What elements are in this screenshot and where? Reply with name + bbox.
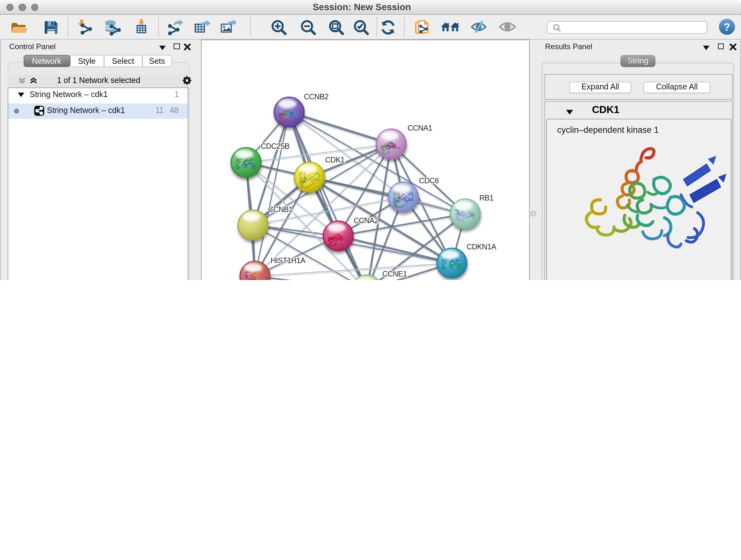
svg-text:CCNB1: CCNB1 [268,205,292,213]
svg-text:CCNA1: CCNA1 [407,124,432,132]
svg-text:CDK1: CDK1 [325,155,344,164]
svg-text:CDC25B: CDC25B [260,142,289,150]
svg-text:CCNE1: CCNE1 [382,269,407,278]
svg-text:RB1: RB1 [479,193,493,202]
svg-text:HIST1H1A: HIST1H1A [270,256,306,264]
svg-text:?: ? [724,21,730,33]
svg-text:CDC6: CDC6 [419,176,439,185]
svg-text:CCNB2: CCNB2 [304,92,328,101]
svg-text:CDKN1A: CDKN1A [466,242,496,251]
svg-text:CCNA2: CCNA2 [353,216,378,225]
